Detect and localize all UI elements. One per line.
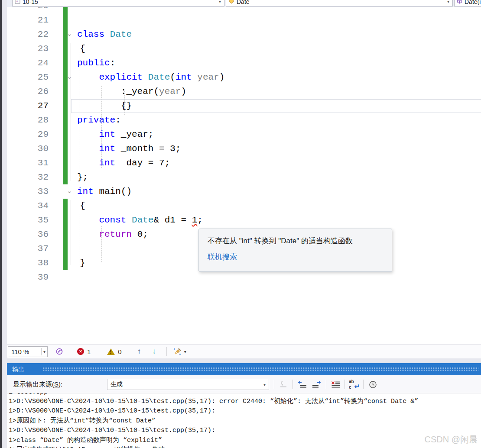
line-number[interactable]: 33 bbox=[7, 187, 49, 197]
chevron-down-icon: ▾ bbox=[219, 0, 221, 4]
code-text: public: bbox=[77, 58, 481, 68]
line-number[interactable]: 38 bbox=[7, 258, 49, 268]
editor-health-icon[interactable] bbox=[55, 348, 63, 355]
line-number[interactable]: 39 bbox=[7, 272, 49, 282]
editor-navigation-bar: + 10-15 ▾ ⁎ Date ▾ Date(i bbox=[7, 0, 481, 7]
change-bar bbox=[63, 13, 68, 27]
line-number[interactable]: 30 bbox=[7, 144, 49, 154]
error-tooltip-message: 不存在从 "int" 转换到 "Date" 的适当构造函数 bbox=[208, 236, 383, 246]
change-bar bbox=[63, 213, 68, 227]
line-number[interactable]: 35 bbox=[7, 215, 49, 225]
svg-text:+: + bbox=[173, 347, 176, 351]
output-line: 1>class “Date” 的构造函数声明为 “explicit” bbox=[9, 436, 162, 445]
panel-splitter[interactable] bbox=[7, 358, 481, 363]
line-number[interactable]: 36 bbox=[7, 229, 49, 239]
line-number[interactable]: 26 bbox=[7, 87, 49, 97]
online-search-link[interactable]: 联机搜索 bbox=[208, 252, 237, 262]
line-number[interactable]: 22 bbox=[7, 29, 49, 39]
code-text: int _year; bbox=[77, 129, 481, 139]
code-line[interactable]: 27{} bbox=[7, 99, 481, 113]
change-bar bbox=[63, 84, 68, 99]
code-text: int main() bbox=[77, 187, 481, 197]
collapse-chevron-icon[interactable]: ⌄ bbox=[67, 73, 72, 81]
code-line[interactable]: 39 bbox=[7, 270, 481, 284]
warning-count: 0 bbox=[118, 348, 121, 355]
line-number[interactable]: 20 bbox=[7, 7, 49, 11]
editor-margin: ⌄ bbox=[49, 27, 77, 42]
code-line[interactable]: 32}; bbox=[7, 170, 481, 184]
code-line[interactable]: 22⌄class Date bbox=[7, 27, 481, 42]
code-line[interactable]: 25⌄explicit Date(int year) bbox=[7, 70, 481, 84]
code-line[interactable]: 30int _month = 3; bbox=[7, 142, 481, 156]
code-text: class Date bbox=[77, 29, 481, 39]
code-line[interactable]: 31int _day = 7; bbox=[7, 156, 481, 170]
code-text: int _month = 3; bbox=[77, 144, 481, 154]
clear-all-icon[interactable] bbox=[330, 379, 341, 390]
line-number[interactable]: 29 bbox=[7, 129, 49, 139]
line-number[interactable]: 31 bbox=[7, 158, 49, 168]
output-source-value: 生成 bbox=[107, 380, 263, 388]
code-line[interactable]: 26:_year(year) bbox=[7, 84, 481, 99]
code-line[interactable]: 34{ bbox=[7, 199, 481, 213]
code-line[interactable]: 33⌄int main() bbox=[7, 184, 481, 199]
change-bar bbox=[63, 227, 68, 242]
collapse-chevron-icon[interactable]: ⌄ bbox=[67, 187, 72, 195]
next-issue-arrow-icon[interactable]: ↓ bbox=[152, 347, 156, 356]
line-number[interactable]: 28 bbox=[7, 115, 49, 125]
output-panel-title: 输出 bbox=[12, 363, 24, 375]
collapse-chevron-icon[interactable]: ⌄ bbox=[67, 30, 72, 38]
code-text: const Date& d1 = 1; bbox=[77, 215, 481, 225]
line-number[interactable]: 25 bbox=[7, 72, 49, 82]
code-line[interactable]: 35const Date& d1 = 1; bbox=[7, 213, 481, 227]
line-number[interactable]: 21 bbox=[7, 15, 49, 25]
change-bar bbox=[63, 127, 68, 142]
change-bar bbox=[63, 199, 68, 213]
code-editor[interactable]: 202122⌄class Date23{24public:25⌄explicit… bbox=[7, 7, 481, 344]
change-bar bbox=[63, 56, 68, 70]
code-line[interactable]: 23{ bbox=[7, 42, 481, 56]
project-dropdown[interactable]: + 10-15 ▾ bbox=[12, 0, 224, 6]
code-line[interactable]: 28private: bbox=[7, 113, 481, 127]
line-number[interactable]: 27 bbox=[7, 101, 49, 111]
warning-count-icon[interactable] bbox=[107, 348, 115, 355]
change-bar bbox=[63, 42, 68, 56]
next-message-icon[interactable] bbox=[311, 379, 322, 390]
previous-issue-arrow-icon[interactable]: ↑ bbox=[137, 347, 141, 356]
line-number[interactable]: 23 bbox=[7, 44, 49, 54]
code-line[interactable]: 21 bbox=[7, 13, 481, 27]
change-bar bbox=[63, 142, 68, 156]
editor-margin bbox=[49, 13, 77, 27]
member-dropdown[interactable]: Date(i bbox=[454, 0, 481, 6]
line-number[interactable]: 24 bbox=[7, 58, 49, 68]
change-bar bbox=[63, 170, 68, 184]
zoom-select[interactable]: 110 % ▾ bbox=[8, 346, 48, 357]
previous-message-icon[interactable] bbox=[296, 379, 308, 390]
editor-margin bbox=[49, 256, 77, 270]
output-log[interactable]: 1>test.cpp1>D:\VS000\ONE-C\2024-10\10-15… bbox=[7, 393, 481, 448]
error-tooltip: 不存在从 "int" 转换到 "Date" 的适当构造函数 联机搜索 bbox=[198, 229, 392, 272]
line-number[interactable]: 32 bbox=[7, 172, 49, 182]
code-line[interactable]: 20 bbox=[7, 7, 481, 13]
code-text: explicit Date(int year) bbox=[77, 72, 481, 82]
project-dropdown-label: 10-15 bbox=[23, 0, 38, 5]
error-count-icon[interactable]: ✕ bbox=[77, 348, 84, 355]
output-line: 1>原因如下: 无法从“int”转换为“const Date” bbox=[9, 416, 156, 426]
word-wrap-icon[interactable]: abc↵ bbox=[348, 379, 360, 390]
editor-margin bbox=[49, 56, 77, 70]
output-source-dropdown[interactable]: 生成 ▾ bbox=[107, 379, 269, 390]
line-number[interactable]: 37 bbox=[7, 244, 49, 254]
code-cleanup-broom-icon[interactable]: ++ bbox=[173, 347, 182, 356]
code-line[interactable]: 29int _year; bbox=[7, 127, 481, 142]
timestamp-clock-icon[interactable] bbox=[367, 379, 378, 390]
class-icon: ⁎ bbox=[228, 0, 234, 5]
output-toolbar: 显示输出来源(S): 生成 ▾ abc↵ bbox=[7, 375, 481, 393]
line-number[interactable]: 34 bbox=[7, 201, 49, 211]
code-cleanup-caret-icon[interactable]: ▾ bbox=[184, 349, 186, 354]
type-dropdown[interactable]: ⁎ Date ▾ bbox=[226, 0, 453, 6]
type-dropdown-label: Date bbox=[237, 0, 250, 5]
code-text: :_year(year) bbox=[77, 87, 481, 97]
code-line[interactable]: 24public: bbox=[7, 56, 481, 70]
chevron-down-icon: ▾ bbox=[263, 382, 269, 387]
output-panel-header[interactable]: 输出 bbox=[7, 363, 481, 375]
output-line: 1>D:\VS000\ONE-C\2024-10\10-15\10-15\tes… bbox=[9, 406, 215, 416]
